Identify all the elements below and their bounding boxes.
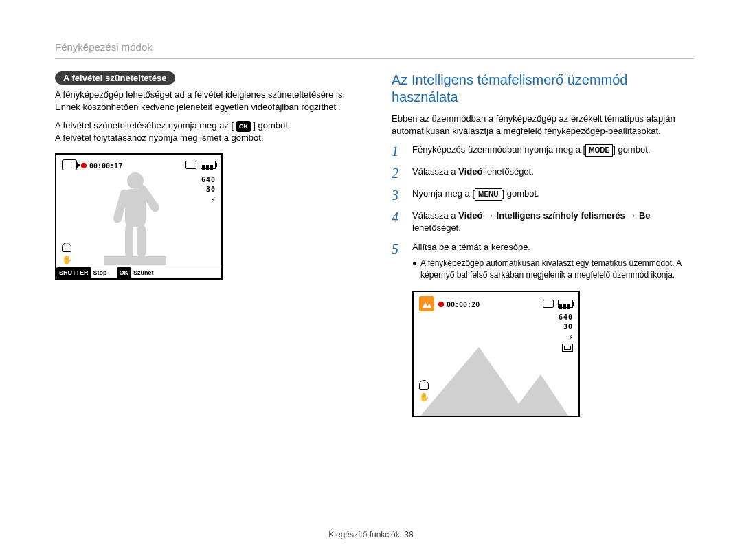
- timecode: 00:00:20: [447, 301, 480, 309]
- pause-label: Szünet: [133, 269, 154, 276]
- divider: [55, 58, 694, 59]
- svg-marker-7: [423, 302, 428, 308]
- text: A felvétel folytatásához nyomja meg ismé…: [55, 133, 264, 143]
- step-number: 5: [392, 241, 412, 256]
- step-2: 2 Válassza a Videó lehetőséget.: [392, 166, 694, 181]
- text: Válassza a: [412, 166, 458, 177]
- pause-paragraph-2: A felvétel szüneteltetéséhez nyomja meg …: [55, 120, 357, 144]
- text: Nyomja meg a [: [412, 188, 475, 199]
- lcd-bottom-bar: SHUTTER Stop OK Szünet: [56, 267, 221, 278]
- shutter-button-label: SHUTTER: [56, 267, 91, 278]
- bullet-icon: ●: [412, 258, 420, 281]
- text: ] gombot.: [613, 144, 650, 155]
- stabilizer-icon: ✋: [62, 255, 72, 265]
- step-4: 4 Válassza a Videó → Intelligens színhel…: [392, 210, 694, 234]
- mode-button-icon: MODE: [585, 144, 613, 157]
- mountain-silhouette-icon: [414, 333, 578, 416]
- left-column: A felvétel szüneteltetése A fényképezőgé…: [55, 71, 357, 417]
- svg-rect-4: [125, 225, 133, 258]
- landscape-scene-icon: [419, 296, 434, 311]
- footer-label: Kiegészítő funkciók: [328, 530, 399, 539]
- fps-label: 30: [559, 322, 573, 332]
- text: A felvétel szüneteltetéséhez nyomja meg …: [55, 120, 234, 131]
- bold: Intelligens színhely felismerés: [497, 210, 625, 221]
- breadcrumb: Fényképezési módok: [55, 41, 694, 53]
- page-footer: Kiegészítő funkciók 38: [0, 530, 742, 539]
- record-dot-icon: [438, 302, 444, 307]
- video-bold: Videó: [458, 166, 482, 177]
- arrow: →: [625, 210, 639, 221]
- mic-icon: [62, 243, 71, 252]
- storage-icon: [543, 300, 554, 308]
- lcd-preview-pause: 00:00:17 640 30 ⚡ ✋: [55, 153, 223, 280]
- text: ] gombot.: [502, 188, 539, 199]
- arrow: →: [482, 210, 496, 221]
- menu-button-icon: MENU: [475, 188, 502, 201]
- resolution-label: 640: [201, 175, 216, 185]
- lcd-right-stack: 640 30 ⚡: [201, 175, 216, 206]
- step-1: 1 Fényképezés üzemmódban nyomja meg a [M…: [392, 144, 694, 159]
- video-mode-icon: [62, 159, 77, 170]
- text: Válassza a: [412, 210, 458, 221]
- lcd-preview-scene: 00:00:20 640 30 ⚡ ✋: [412, 291, 580, 417]
- bold: Videó: [458, 210, 482, 221]
- person-silhouette-icon: [104, 168, 166, 265]
- ok-button-label: OK: [117, 267, 132, 278]
- svg-rect-6: [104, 256, 166, 265]
- text: lehetőséget.: [412, 223, 461, 233]
- battery-icon: [201, 161, 216, 169]
- flash-icon: ⚡: [201, 194, 216, 206]
- step-5-text: Állítsa be a témát a keresőbe.: [412, 241, 694, 256]
- text: ] gombot.: [253, 120, 290, 131]
- step-5-bullet: ● A fényképezőgép automatikusan kiválasz…: [412, 258, 694, 281]
- step-3: 3 Nyomja meg a [MENU] gombot.: [392, 188, 694, 203]
- right-column: Az Intelligens témafelismerő üzemmód has…: [392, 71, 694, 417]
- resolution-label: 640: [559, 313, 573, 322]
- svg-marker-9: [420, 347, 527, 416]
- pause-paragraph-1: A fényképezőgép lehetőséget ad a felvéte…: [55, 89, 357, 113]
- battery-icon: [558, 300, 573, 308]
- bold: Be: [639, 210, 651, 221]
- section-pill-pause: A felvétel szüneteltetése: [55, 71, 175, 85]
- ok-icon: OK: [236, 121, 251, 132]
- stop-label: Stop: [93, 269, 107, 276]
- step-number: 2: [392, 166, 412, 181]
- text: Fényképezés üzemmódban nyomja meg a [: [412, 144, 585, 155]
- text: lehetőséget.: [482, 166, 533, 177]
- step-5: 5 Állítsa be a témát a keresőbe.: [392, 241, 694, 256]
- step-number: 1: [392, 144, 412, 159]
- smart-scene-title: Az Intelligens témafelismerő üzemmód has…: [392, 71, 694, 106]
- step-number: 4: [392, 210, 412, 234]
- svg-marker-8: [427, 304, 431, 308]
- fps-label: 30: [201, 185, 216, 194]
- svg-marker-10: [510, 374, 568, 416]
- svg-rect-5: [137, 225, 146, 258]
- step-number: 3: [392, 188, 412, 203]
- smart-scene-intro: Ebben az üzemmódban a fényképezőgép az é…: [392, 113, 694, 137]
- page-number: 38: [404, 530, 413, 539]
- bullet-text: A fényképezőgép automatikusan kiválaszt …: [420, 258, 694, 281]
- record-dot-icon: [81, 163, 87, 168]
- storage-icon: [186, 161, 196, 169]
